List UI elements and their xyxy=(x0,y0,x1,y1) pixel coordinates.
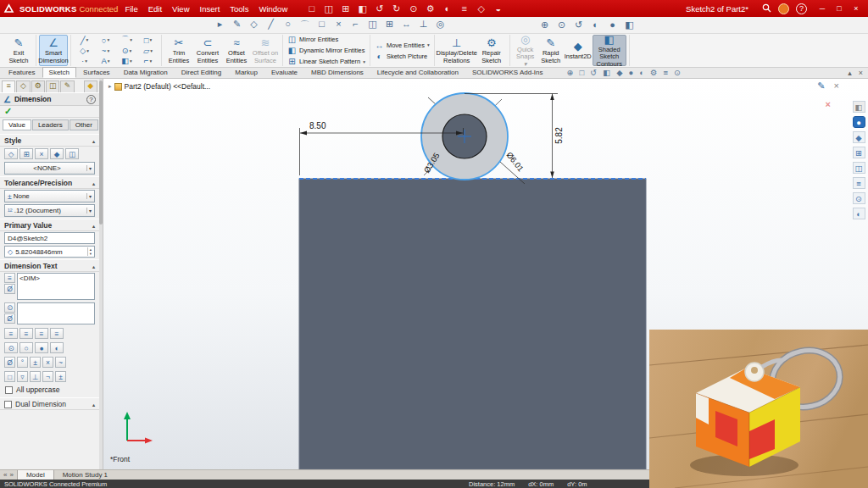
model-tab[interactable]: Model xyxy=(17,470,54,480)
sketch-picture-button[interactable]: ◐ Sketch Picture xyxy=(373,52,431,61)
align-left-icon[interactable]: ≡ xyxy=(4,328,18,339)
text-inline-icon[interactable]: ○ xyxy=(19,342,33,353)
select-icon[interactable]: ▸ xyxy=(214,19,225,31)
pm-tab-custom[interactable]: ✎ xyxy=(60,80,74,92)
menu-item[interactable]: Insert xyxy=(195,3,225,15)
delete-style-icon[interactable]: × xyxy=(35,148,48,159)
open-file-icon[interactable]: ◫ xyxy=(323,3,334,14)
point-tool-icon[interactable]: ·▾ xyxy=(74,56,95,66)
rebuild-icon[interactable]: ⊙ xyxy=(408,3,419,14)
expand-tree-icon[interactable]: ▸ xyxy=(108,83,112,90)
zoom-fit-icon[interactable]: ⊕ xyxy=(567,68,574,77)
snap-icon[interactable]: ◎ xyxy=(435,19,446,31)
arc-tool-icon[interactable]: ⌒▾ xyxy=(116,35,137,45)
save-style-icon[interactable]: ◆ xyxy=(50,148,64,159)
list-icon[interactable]: ≡ xyxy=(853,177,865,189)
tab-surfaces[interactable]: Surfaces xyxy=(76,67,117,78)
menu-item[interactable]: Tools xyxy=(225,3,253,15)
multiply-symbol-icon[interactable]: × xyxy=(42,357,53,368)
offset-entities-button[interactable]: ≈ Offset Entities xyxy=(222,35,251,66)
zoom-area-icon[interactable]: □ xyxy=(579,68,584,77)
width-dimension-text[interactable]: 8.50 xyxy=(309,121,326,130)
fillet-icon[interactable]: ⌐ xyxy=(350,19,361,31)
move-entities-button[interactable]: ↔ Move Entities ▾ xyxy=(373,41,431,50)
polygon-tool-icon[interactable]: ◇▾ xyxy=(74,45,95,55)
add-style-icon[interactable]: ⊞ xyxy=(19,148,33,159)
align-right-icon[interactable]: ≡ xyxy=(35,328,48,339)
help-icon[interactable]: ? xyxy=(796,3,807,14)
dimension-value-field[interactable]: ◇ 5.82048846mm ▴▾ xyxy=(4,246,95,258)
pm-tab-propertymanager[interactable]: ≡ xyxy=(2,80,15,92)
ellipse-tool-icon[interactable]: ⊙▾ xyxy=(116,45,137,55)
mirror-icon[interactable]: ◫ xyxy=(367,19,378,31)
offset-on-surface-button[interactable]: ≋ Offset on Surface xyxy=(251,35,280,66)
panel-scrollbar[interactable] xyxy=(99,79,103,469)
precision-dropdown[interactable]: ¹² .12 (Document) ▾ xyxy=(4,204,95,217)
align-center-icon[interactable]: ≡ xyxy=(19,328,33,339)
value-spinner[interactable]: ▴▾ xyxy=(87,247,93,256)
new-file-icon[interactable]: □ xyxy=(306,3,317,14)
zoom-fit-icon[interactable]: ⊕ xyxy=(539,19,550,30)
bookmarks-icon[interactable]: ⊞ xyxy=(853,147,865,158)
pattern-icon[interactable]: ⊞ xyxy=(384,19,395,31)
cancel-sketch-icon[interactable]: × xyxy=(834,80,839,92)
dimension-text-section-header[interactable]: Dimension Text▴ xyxy=(0,259,99,272)
text-position-icon[interactable]: ≡ xyxy=(4,273,15,283)
part-face[interactable] xyxy=(299,179,646,469)
task-pane-toggle-icon[interactable]: ◧ xyxy=(853,101,865,113)
load-style-icon[interactable]: ◫ xyxy=(65,148,79,159)
diameter-symbol-icon[interactable]: Ø xyxy=(4,357,15,368)
more-symbols-icon[interactable]: ± xyxy=(55,371,66,382)
repair-sketch-button[interactable]: ⚙ Repair Sketch xyxy=(476,35,507,66)
dual-dimension-checkbox[interactable] xyxy=(4,401,12,408)
mirror-entities-button[interactable]: ◫ Mirror Entities xyxy=(286,35,367,44)
line-tool-icon[interactable]: ╱▾ xyxy=(74,35,95,45)
fillet-tool-icon[interactable]: ⌐▾ xyxy=(137,56,159,66)
rectangle-icon[interactable]: □ xyxy=(316,19,327,31)
square-symbol-icon[interactable]: □ xyxy=(4,371,15,382)
text-tool-icon[interactable]: A▾ xyxy=(95,56,116,66)
all-uppercase-checkbox[interactable] xyxy=(5,386,13,394)
scene-icon[interactable]: ⊙ xyxy=(674,68,681,77)
rectangle-tool-icon[interactable]: □▾ xyxy=(137,35,159,45)
widgets-icon[interactable]: ◐ xyxy=(853,208,865,219)
hide-show-icon[interactable]: ● xyxy=(607,19,618,30)
search-icon[interactable] xyxy=(762,3,771,14)
dimension-text-area[interactable]: <DIM> xyxy=(17,273,95,300)
previous-view-icon[interactable]: ↺ xyxy=(590,68,597,77)
menu-item[interactable]: View xyxy=(167,3,194,15)
save-icon[interactable]: ⊞ xyxy=(340,3,351,14)
close-button[interactable]: × xyxy=(848,3,865,14)
print-icon[interactable]: ◧ xyxy=(357,3,368,14)
text-position-icon[interactable]: ⊙ xyxy=(4,302,15,313)
smart-dimension-button[interactable]: ∠ Smart Dimension xyxy=(39,35,68,66)
text-below-icon[interactable]: ● xyxy=(35,342,48,353)
confirm-sketch-icon[interactable]: ✎ xyxy=(817,80,825,92)
display-style-icon[interactable]: ◐ xyxy=(590,19,601,30)
panel-tab-leaders[interactable]: Leaders xyxy=(32,119,69,130)
style-section-header[interactable]: Style▴ xyxy=(0,134,99,147)
view-settings-icon[interactable]: ≡ xyxy=(664,68,669,77)
shaded-sketch-contours-button[interactable]: ◧ Shaded Sketch Contours xyxy=(593,35,626,66)
measure-icon[interactable]: ◇ xyxy=(476,3,487,14)
outer-diameter-text[interactable]: Ø6.01 xyxy=(504,150,526,173)
exit-sketch-button[interactable]: ✎ Exit Sketch xyxy=(4,35,33,66)
zoom-area-icon[interactable]: ⊙ xyxy=(556,19,567,30)
trim-icon[interactable]: × xyxy=(333,19,344,31)
trim-entities-button[interactable]: ✂ Trim Entities xyxy=(164,35,193,66)
tab-mbd-dimensions[interactable]: MBD Dimensions xyxy=(304,67,370,78)
countersink-symbol-icon[interactable]: ▿ xyxy=(17,371,28,382)
panel-tab-other[interactable]: Other xyxy=(70,119,98,130)
move-icon[interactable]: ↔ xyxy=(401,19,412,31)
tab-lifecycle-collaboration[interactable]: Lifecycle and Collaboration xyxy=(370,67,465,78)
tolerance-type-dropdown[interactable]: ± None ▾ xyxy=(4,190,95,202)
options-gear-icon[interactable]: ⚙ xyxy=(425,3,436,14)
tab-solidworks-addins[interactable]: SOLIDWORKS Add-Ins xyxy=(465,67,550,78)
lifecycle-icon[interactable]: ◆ xyxy=(853,131,865,143)
tolerance-section-header[interactable]: Tolerance/Precision▴ xyxy=(0,176,99,189)
rapid-sketch-button[interactable]: ✎ Rapid Sketch xyxy=(538,35,564,66)
approx-symbol-icon[interactable]: ~ xyxy=(55,357,66,368)
tab-direct-editing[interactable]: Direct Editing xyxy=(175,67,229,78)
collapse-ribbon-icon[interactable]: ▴ xyxy=(848,69,852,77)
scroll-tabs-left-icon[interactable]: « xyxy=(3,471,7,479)
